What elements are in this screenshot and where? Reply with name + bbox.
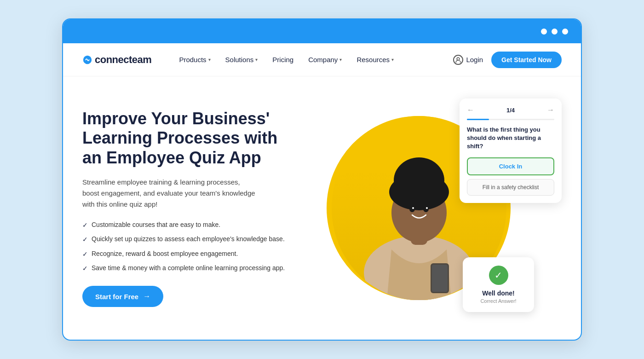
logo-icon (82, 55, 92, 65)
quiz-progress-fill (467, 119, 489, 120)
navbar: connecteam Products ▾ Solutions ▾ Pricin… (63, 43, 581, 76)
quiz-card: ← 1/4 → What is the first thing you shou… (460, 98, 562, 203)
page-content: connecteam Products ▾ Solutions ▾ Pricin… (63, 43, 581, 340)
svg-point-6 (394, 157, 444, 203)
quiz-question: What is the first thing you should do wh… (467, 126, 554, 151)
quiz-prev-arrow[interactable]: ← (467, 106, 474, 114)
svg-point-11 (412, 207, 414, 209)
hero-subtitle: Streamline employee training & learning … (82, 177, 257, 210)
nav-links: Products ▾ Solutions ▾ Pricing Company ▾… (179, 56, 453, 64)
check-icon-4: ✓ (82, 264, 88, 273)
quiz-progress-text: 1/4 (506, 107, 515, 114)
well-done-title: Well done! (482, 290, 515, 297)
logo-text: connecteam (95, 54, 151, 66)
well-done-check-icon: ✓ (489, 266, 508, 285)
login-button[interactable]: Login (453, 55, 483, 65)
products-chevron: ▾ (208, 57, 211, 62)
start-free-button[interactable]: Start for Free → (82, 286, 163, 307)
check-icon-3: ✓ (82, 249, 88, 259)
quiz-next-arrow[interactable]: → (547, 106, 554, 114)
browser-bar (63, 19, 581, 43)
feature-item-4: ✓ Save time & money with a complete onli… (82, 263, 294, 273)
hero-left: Improve Your Business' Learning Processe… (82, 109, 294, 307)
browser-dot-1 (541, 29, 547, 35)
hero-section: Improve Your Business' Learning Processe… (63, 76, 581, 340)
hero-right: ← 1/4 → What is the first thing you shou… (294, 86, 562, 330)
feature-item-1: ✓ Customizable courses that are easy to … (82, 220, 294, 230)
svg-point-10 (423, 206, 429, 212)
start-arrow-icon: → (143, 292, 150, 301)
quiz-option-clock-in[interactable]: Clock In (467, 157, 554, 175)
well-done-subtitle: Correct Answer! (480, 298, 516, 304)
start-free-label: Start for Free (95, 293, 138, 301)
hero-title: Improve Your Business' Learning Processe… (82, 109, 294, 168)
nav-products[interactable]: Products ▾ (179, 56, 210, 64)
quiz-progress-bar (467, 119, 554, 120)
nav-actions: Login Get Started Now (453, 52, 562, 68)
nav-company[interactable]: Company ▾ (308, 56, 342, 64)
browser-dots (541, 29, 568, 35)
nav-solutions[interactable]: Solutions ▾ (225, 56, 258, 64)
account-icon (453, 55, 463, 65)
svg-point-12 (426, 207, 428, 209)
svg-point-1 (457, 58, 460, 60)
logo[interactable]: connecteam (82, 54, 151, 66)
nav-pricing[interactable]: Pricing (272, 56, 293, 64)
company-chevron: ▾ (339, 57, 342, 62)
feature-item-2: ✓ Quickly set up quizzes to assess each … (82, 234, 294, 244)
quiz-navigation: ← 1/4 → (467, 106, 554, 114)
check-icon-2: ✓ (82, 235, 88, 244)
browser-dot-2 (552, 29, 558, 35)
check-icon-1: ✓ (82, 220, 88, 230)
nav-resources[interactable]: Resources ▾ (356, 56, 394, 64)
get-started-button[interactable]: Get Started Now (491, 52, 562, 68)
login-label: Login (466, 56, 483, 64)
feature-item-3: ✓ Recognize, reward & boost employee eng… (82, 249, 294, 259)
browser-window: connecteam Products ▾ Solutions ▾ Pricin… (62, 18, 582, 341)
resources-chevron: ▾ (391, 57, 394, 62)
well-done-card: ✓ Well done! Correct Answer! (463, 257, 534, 312)
svg-point-9 (409, 206, 415, 212)
solutions-chevron: ▾ (255, 57, 258, 62)
feature-list: ✓ Customizable courses that are easy to … (82, 220, 294, 273)
browser-dot-3 (562, 29, 568, 35)
svg-rect-8 (432, 265, 448, 292)
quiz-option-safety[interactable]: Fill in a safety checklist (467, 179, 554, 196)
